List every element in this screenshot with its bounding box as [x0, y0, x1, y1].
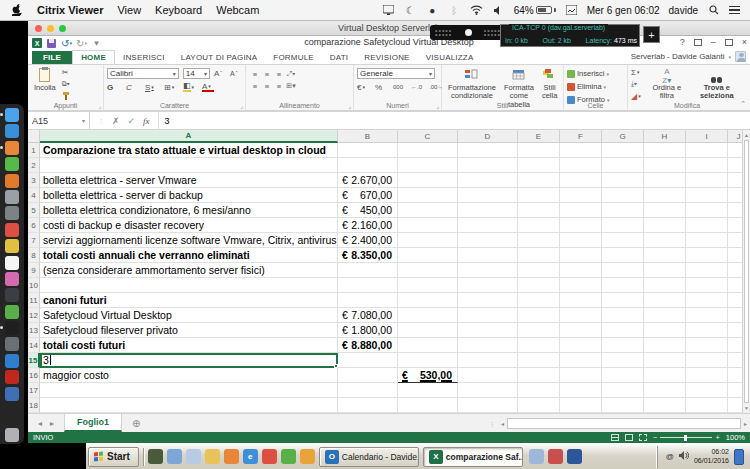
column-header-E[interactable]: E — [518, 130, 560, 143]
cell-H12[interactable] — [644, 308, 686, 323]
cell-G3[interactable] — [602, 173, 644, 188]
number-format-combo[interactable]: Generale▾ — [357, 68, 435, 79]
currency-format-icon[interactable]: €▾ — [357, 82, 369, 92]
taskbar-icon-calculator[interactable] — [529, 449, 544, 464]
align-center-icon[interactable]: ≡ — [265, 82, 269, 91]
cell-I3[interactable] — [686, 173, 728, 188]
active-app-name[interactable]: Citrix Viewer — [37, 4, 103, 16]
taskbar-icon-citrix-connection[interactable] — [548, 449, 563, 464]
cell-G9[interactable] — [602, 263, 644, 278]
cell-F4[interactable] — [560, 188, 602, 203]
bluetooth-icon[interactable]: ᛒ — [448, 4, 461, 17]
cell-C10[interactable] — [398, 278, 458, 293]
menubar-clock[interactable]: Mer 6 gen 06:02 — [587, 5, 660, 16]
row-header-8[interactable]: 8 — [28, 248, 40, 263]
tab-revisione[interactable]: REVISIONE — [356, 51, 417, 64]
cell-A7[interactable]: servizi aggiornamenti licenze software V… — [40, 233, 338, 248]
notification-center-icon[interactable] — [729, 6, 740, 15]
format-painter-icon[interactable] — [62, 91, 74, 101]
close-button[interactable]: × — [742, 37, 747, 47]
confirm-entry-button[interactable]: ✓ — [128, 116, 136, 126]
battery-indicator[interactable]: 64% — [514, 5, 556, 16]
cell-F15[interactable] — [560, 353, 602, 368]
cell-G18[interactable] — [602, 398, 644, 413]
wifi-icon[interactable] — [470, 4, 483, 17]
cell-F18[interactable] — [560, 398, 602, 413]
cell-H14[interactable] — [644, 338, 686, 353]
quicklaunch-firefox[interactable] — [224, 449, 239, 464]
cell-A5[interactable]: bolletta elettrica condizionatore, 6 mes… — [40, 203, 338, 218]
cell-D18[interactable] — [458, 398, 518, 413]
dock-icon-finder[interactable] — [5, 108, 19, 122]
active-cell-selection[interactable] — [40, 353, 338, 368]
decrease-decimal-icon[interactable]: .00→ — [429, 82, 441, 92]
cell-E2[interactable] — [518, 158, 560, 173]
tab-formule[interactable]: FORMULE — [265, 51, 322, 64]
display-icon[interactable] — [382, 4, 395, 17]
collapse-ribbon-button[interactable]: ⌃ — [740, 100, 746, 108]
cell-F5[interactable] — [560, 203, 602, 218]
zoom-in-icon[interactable]: + — [715, 433, 719, 442]
cell-D2[interactable] — [458, 158, 518, 173]
dock-icon-citrix-receiver[interactable] — [5, 321, 19, 335]
cell-D13[interactable] — [458, 323, 518, 338]
fill-color-icon[interactable]: ◧▾ — [183, 82, 195, 92]
dock-icon-orange-app[interactable] — [5, 174, 19, 188]
cell-I17[interactable] — [686, 383, 728, 398]
cell-E5[interactable] — [518, 203, 560, 218]
column-header-A[interactable]: A — [40, 130, 338, 143]
cell-E17[interactable] — [518, 383, 560, 398]
cell-D15[interactable] — [458, 353, 518, 368]
cell-C11[interactable] — [398, 293, 458, 308]
bold-button[interactable]: G — [107, 82, 119, 92]
cell-F13[interactable] — [560, 323, 602, 338]
cell-I4[interactable] — [686, 188, 728, 203]
tab-home[interactable]: HOME — [72, 50, 115, 64]
cell-H8[interactable] — [644, 248, 686, 263]
dock-icon-picasa[interactable] — [5, 239, 19, 253]
cell-H9[interactable] — [644, 263, 686, 278]
account-badge[interactable]: Serverlab - Davide Galanti ▾ — [631, 51, 746, 62]
quicklaunch-notepad[interactable] — [186, 449, 201, 464]
scroll-down-icon[interactable]: ▼ — [743, 403, 750, 413]
cell-I11[interactable] — [686, 293, 728, 308]
citrix-toolbar-grip[interactable]: •••••••••• •••••••••• — [430, 25, 506, 40]
page-layout-view-icon[interactable] — [625, 434, 633, 441]
dock-icon-utility-app[interactable] — [5, 337, 19, 351]
name-box-splitter[interactable]: ⋮ — [98, 117, 104, 124]
cell-B1[interactable] — [338, 143, 398, 158]
quicklaunch-chrome[interactable] — [262, 449, 277, 464]
tab-layout-di-pagina[interactable]: LAYOUT DI PAGINA — [173, 51, 266, 64]
cell-A2[interactable] — [40, 158, 338, 173]
tab-visualizza[interactable]: VISUALIZZA — [418, 51, 482, 64]
quicklaunch-file-explorer[interactable] — [205, 449, 220, 464]
cell-F11[interactable] — [560, 293, 602, 308]
cell-D6[interactable] — [458, 218, 518, 233]
cell-D7[interactable] — [458, 233, 518, 248]
cell-E9[interactable] — [518, 263, 560, 278]
qat-customize-button[interactable]: ▾ — [91, 38, 102, 49]
row-header-15[interactable]: 15 — [28, 353, 40, 368]
row-header-14[interactable]: 14 — [28, 338, 40, 353]
search-icon[interactable] — [707, 4, 720, 17]
row-header-2[interactable]: 2 — [28, 158, 40, 173]
cell-H17[interactable] — [644, 383, 686, 398]
dock-icon-blue-folder-app[interactable] — [5, 387, 19, 401]
cell-B5[interactable]: €450,00 — [338, 203, 398, 218]
cell-C14[interactable] — [398, 338, 458, 353]
increase-decimal-icon[interactable]: ←.0 — [411, 82, 423, 92]
fill-handle[interactable] — [334, 364, 338, 368]
row-header-18[interactable]: 18 — [28, 398, 40, 413]
cell-B9[interactable] — [338, 263, 398, 278]
cell-G1[interactable] — [602, 143, 644, 158]
cell-E11[interactable] — [518, 293, 560, 308]
cell-D12[interactable] — [458, 308, 518, 323]
zoom-track[interactable] — [660, 437, 712, 438]
find-select-button[interactable]: Trova e seleziona — [691, 67, 743, 101]
cell-H18[interactable] — [644, 398, 686, 413]
sheet-prev-icon[interactable]: ◂ — [38, 419, 42, 428]
align-middle-icon[interactable]: ≡ — [265, 70, 269, 79]
cell-A14[interactable]: totali costi futuri — [40, 338, 338, 353]
font-name-combo[interactable]: Calibri▾ — [107, 68, 179, 79]
merge-center-icon[interactable]: ⊞▾ — [286, 82, 295, 90]
